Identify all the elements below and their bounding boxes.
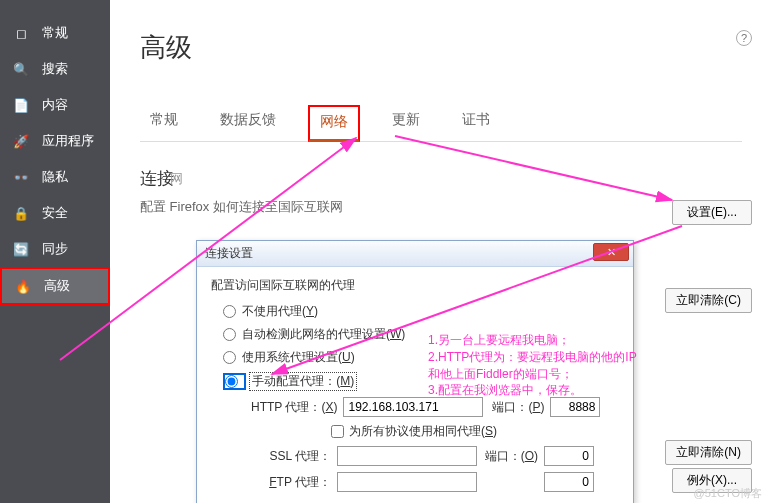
section-conn-desc: 配置 Firefox 如何连接至国际互联网 xyxy=(140,198,742,216)
radio-input[interactable] xyxy=(225,375,238,388)
mask-icon: 👓 xyxy=(10,170,32,185)
sidebar-item-privacy[interactable]: 👓隐私 xyxy=(0,159,110,195)
radio-label: 使用系统代理设置(U) xyxy=(242,349,355,366)
hidden-text: 网 xyxy=(170,170,183,188)
sidebar-item-label: 隐私 xyxy=(42,168,68,186)
radio-input[interactable] xyxy=(223,351,236,364)
sidebar-item-label: 搜索 xyxy=(42,60,68,78)
ftp-proxy-row: FTP 代理： xyxy=(211,469,619,495)
tab-row: 常规 数据反馈 网络 更新 证书 xyxy=(140,105,742,142)
annotation-text: 1.另一台上要远程我电脑； 2.HTTP代理为：要远程我电脑的他的IP 和他上面… xyxy=(428,332,637,399)
ssl-proxy-row: SSL 代理： 端口：(O) xyxy=(211,443,619,469)
ftp-proxy-label: FTP 代理： xyxy=(251,474,331,491)
sidebar-item-label: 内容 xyxy=(42,96,68,114)
store-clear-button[interactable]: 立即清除(N) xyxy=(665,440,752,465)
proxy-group-label: 配置访问国际互联网的代理 xyxy=(211,277,619,294)
dialog-titlebar[interactable]: 连接设置 ✕ xyxy=(197,241,633,267)
radio-input[interactable] xyxy=(223,328,236,341)
tab-datafb[interactable]: 数据反馈 xyxy=(210,105,286,141)
lock-icon: 🔒 xyxy=(10,206,32,221)
same-proxy-checkbox[interactable] xyxy=(331,425,344,438)
help-icon[interactable]: ? xyxy=(736,30,752,46)
cache-clear-button[interactable]: 立即清除(C) xyxy=(665,288,752,313)
page-icon: 📄 xyxy=(10,98,32,113)
sidebar-item-content[interactable]: 📄内容 xyxy=(0,87,110,123)
sidebar-item-search[interactable]: 🔍搜索 xyxy=(0,51,110,87)
sidebar-item-label: 常规 xyxy=(42,24,68,42)
radio-no-proxy[interactable]: 不使用代理(Y) xyxy=(211,300,619,323)
http-proxy-input[interactable] xyxy=(343,397,483,417)
http-proxy-label: HTTP 代理：(X) xyxy=(251,399,337,416)
sidebar-item-general[interactable]: ◻常规 xyxy=(0,15,110,51)
refresh-icon: 🔄 xyxy=(10,242,32,257)
square-icon: ◻ xyxy=(10,26,32,41)
same-proxy-row[interactable]: 为所有协议使用相同代理(S) xyxy=(211,420,619,443)
search-icon: 🔍 xyxy=(10,62,32,77)
http-port-input[interactable] xyxy=(550,397,600,417)
ssl-proxy-label: SSL 代理： xyxy=(251,448,331,465)
http-port-label: 端口：(P) xyxy=(489,399,544,416)
radio-label: 自动检测此网络的代理设置(W) xyxy=(242,326,405,343)
ftp-port-input[interactable] xyxy=(544,472,594,492)
sidebar-item-label: 应用程序 xyxy=(42,132,94,150)
settings-button[interactable]: 设置(E)... xyxy=(672,200,752,225)
rocket-icon: 🚀 xyxy=(10,134,32,149)
section-conn-title: 连接 xyxy=(140,167,742,190)
sidebar-item-advanced[interactable]: 🔥高级 xyxy=(0,267,110,305)
dialog-title-text: 连接设置 xyxy=(205,246,253,260)
sidebar-item-apps[interactable]: 🚀应用程序 xyxy=(0,123,110,159)
page-title: 高级 xyxy=(140,30,192,65)
dialog-close-button[interactable]: ✕ xyxy=(593,243,629,261)
sidebar: ◻常规 🔍搜索 📄内容 🚀应用程序 👓隐私 🔒安全 🔄同步 🔥高级 xyxy=(0,0,110,503)
tab-network[interactable]: 网络 xyxy=(308,105,360,142)
radio-label: 不使用代理(Y) xyxy=(242,303,318,320)
ftp-proxy-input[interactable] xyxy=(337,472,477,492)
same-proxy-label: 为所有协议使用相同代理(S) xyxy=(349,423,497,440)
fire-icon: 🔥 xyxy=(12,279,34,294)
sidebar-item-label: 高级 xyxy=(44,277,70,295)
tab-certs[interactable]: 证书 xyxy=(452,105,500,141)
radio-label: 手动配置代理：(M) xyxy=(249,372,357,391)
watermark: @51CTO博客 xyxy=(694,486,762,501)
tab-general[interactable]: 常规 xyxy=(140,105,188,141)
ssl-proxy-input[interactable] xyxy=(337,446,477,466)
sidebar-item-security[interactable]: 🔒安全 xyxy=(0,195,110,231)
ssl-port-input[interactable] xyxy=(544,446,594,466)
sidebar-item-sync[interactable]: 🔄同步 xyxy=(0,231,110,267)
tab-update[interactable]: 更新 xyxy=(382,105,430,141)
sidebar-item-label: 安全 xyxy=(42,204,68,222)
radio-input[interactable] xyxy=(223,305,236,318)
sidebar-item-label: 同步 xyxy=(42,240,68,258)
ssl-port-label: 端口：(O) xyxy=(483,448,538,465)
